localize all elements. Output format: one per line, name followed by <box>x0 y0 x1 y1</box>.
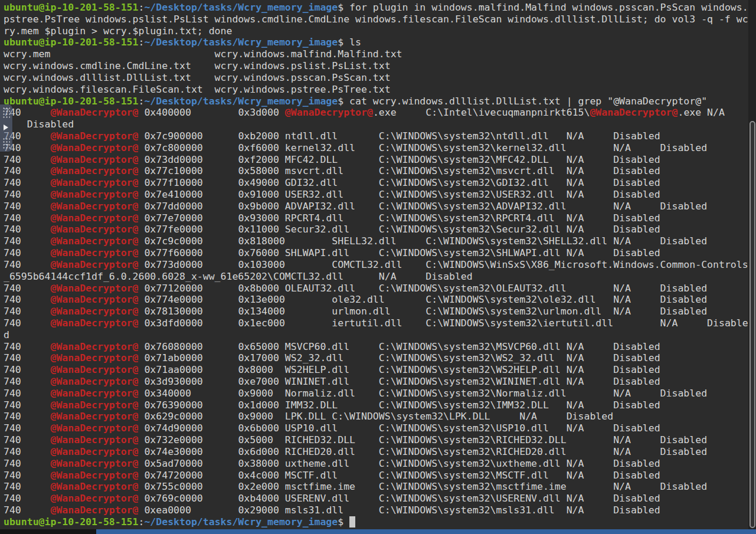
grep-match: @WanaDecryptor@ <box>50 434 138 445</box>
terminal-text: 0x77e70000 0x93000 RPCRT4.dll C:\WINDOWS… <box>139 212 660 224</box>
grep-match: @WanaDecryptor@ <box>590 107 678 118</box>
terminal-text: 0x73dd0000 0xf2000 MFC42.DLL C:\WINDOWS\… <box>139 154 660 165</box>
terminal-text: 0x77fe0000 0x11000 Secur32.dll C:\WINDOW… <box>139 224 660 235</box>
grep-match: @WanaDecryptor@ <box>50 504 138 516</box>
terminal-text: Disabled <box>4 119 74 130</box>
pull-tab-handle[interactable] <box>0 104 12 152</box>
terminal-text: 740 <box>4 201 50 212</box>
terminal-text: 740 <box>4 352 50 363</box>
grep-match: @WanaDecryptor@ <box>50 376 138 387</box>
scrollbar-thumb[interactable] <box>750 121 755 528</box>
terminal-text: 740 <box>4 364 50 375</box>
terminal-text: : <box>138 516 144 528</box>
terminal-line: 740 @WanaDecryptor@ 0x774e0000 0x13e000 … <box>4 294 748 306</box>
terminal-line: 740 @WanaDecryptor@ 0x77120000 0x8b000 O… <box>4 283 748 294</box>
terminal-text: 0x77c10000 0x58000 msvcrt.dll C:\WINDOWS… <box>139 165 660 176</box>
terminal-text: 740 <box>4 189 50 200</box>
terminal-line: 740 @WanaDecryptor@ 0x74720000 0x4c000 M… <box>4 470 748 481</box>
terminal-line: 740 @WanaDecryptor@ 0xea0000 0x29000 msl… <box>4 504 748 516</box>
terminal-text: 0xea0000 0x29000 msls31.dll C:\WINDOWS\s… <box>139 504 660 516</box>
play-icon <box>4 125 8 130</box>
terminal-line: 740 @WanaDecryptor@ 0x77f10000 0x49000 G… <box>4 177 748 189</box>
grep-match: @WanaDecryptor@ <box>50 142 138 153</box>
terminal-text: 0x77f60000 0x76000 SHLWAPI.dll C:\WINDOW… <box>139 247 660 258</box>
terminal-text: 740 <box>4 470 50 481</box>
terminal-text: 740 <box>4 422 50 434</box>
terminal-text: 0x78130000 0x134000 urlmon.dll C:\WINDOW… <box>139 306 708 317</box>
grep-match: @WanaDecryptor@ <box>50 201 138 212</box>
terminal-text: .exe N/A <box>678 107 724 118</box>
terminal-line: 740 @WanaDecryptor@ 0x5ad70000 0x38000 u… <box>4 458 748 470</box>
terminal-text: $ ls <box>338 37 361 48</box>
terminal-line: 740 @WanaDecryptor@ 0x71ab0000 0x17000 W… <box>4 352 748 364</box>
terminal-line: 740 @WanaDecryptor@ 0x7c9c0000 0x818000 … <box>4 235 748 247</box>
terminal-line: ubuntu@ip-10-201-58-151:~/Desktop/tasks/… <box>4 2 748 14</box>
terminal-text: 0x400000 0x3d000 <box>139 107 285 118</box>
grep-match: @WanaDecryptor@ <box>50 493 138 504</box>
scrollbar-track[interactable] <box>748 0 756 534</box>
terminal-text: 740 <box>4 388 50 399</box>
grep-match: @WanaDecryptor@ <box>50 212 138 224</box>
terminal-text: 0x74d90000 0x6b000 USP10.dll C:\WINDOWS\… <box>139 422 660 434</box>
terminal-text: .exe C:\Intel\ivecuqmanpnirkt615\ <box>373 107 590 118</box>
terminal-text: _6595b64144ccf1df_6.0.2600.6028_x-ww_61e… <box>4 271 473 282</box>
terminal-text: 740 <box>4 493 50 504</box>
terminal-text: 0x7c9c0000 0x818000 SHELL32.dll C:\WINDO… <box>139 235 708 247</box>
prompt-user-host: ubuntu@ip-10-201-58-151 <box>4 516 138 528</box>
prompt-user-host: ubuntu@ip-10-201-58-151 <box>4 37 138 48</box>
prompt-user-host: ubuntu@ip-10-201-58-151 <box>4 96 138 107</box>
grep-match: @WanaDecryptor@ <box>50 189 138 200</box>
terminal-text: 740 <box>4 317 50 329</box>
terminal-line: 740 @WanaDecryptor@ 0x340000 0x9000 Norm… <box>4 388 748 399</box>
prompt-cwd: ~/Desktop/tasks/Wcry_memory_image <box>144 37 338 48</box>
terminal-text: 740 <box>4 376 50 387</box>
terminal-output: ubuntu@ip-10-201-58-151:~/Desktop/tasks/… <box>0 0 748 528</box>
terminal-line: 740 @WanaDecryptor@ 0x77fe0000 0x11000 S… <box>4 224 748 235</box>
terminal-line: 740 @WanaDecryptor@ 0x769c0000 0xb4000 U… <box>4 493 748 504</box>
terminal-text: 740 <box>4 177 50 188</box>
grep-match: @WanaDecryptor@ <box>50 317 138 329</box>
terminal-line: 740 @WanaDecryptor@ 0x73dd0000 0xf2000 M… <box>4 154 748 166</box>
terminal-line: 740 @WanaDecryptor@ 0x74e30000 0x6d000 R… <box>4 446 748 458</box>
terminal-window: ubuntu@ip-10-201-58-151:~/Desktop/tasks/… <box>0 0 756 534</box>
grep-match: @WanaDecryptor@ <box>50 446 138 457</box>
terminal-line: wcry.windows.dlllist.DllList.txt wcry.wi… <box>4 72 748 84</box>
terminal-text: : <box>138 96 144 107</box>
terminal-text: 740 <box>4 341 50 352</box>
terminal-text: 740 <box>4 446 50 457</box>
grep-match: @WanaDecryptor@ <box>50 352 138 363</box>
bottom-panel-accent <box>96 529 756 534</box>
grep-match: @WanaDecryptor@ <box>50 294 138 305</box>
terminal-text: $ cat wcry.windows.dlllist.DllList.txt |… <box>338 96 707 107</box>
terminal-text: wcry.windows.cmdline.CmdLine.txt wcry.wi… <box>4 60 391 71</box>
terminal-text: 0x71aa0000 0x8000 WS2HELP.dll C:\WINDOWS… <box>139 364 660 375</box>
terminal-text: 0x5ad70000 0x38000 uxtheme.dll C:\WINDOW… <box>139 458 660 469</box>
terminal-text: $ <box>338 516 349 528</box>
grep-match: @WanaDecryptor@ <box>50 458 138 469</box>
grep-match: @WanaDecryptor@ <box>50 364 138 375</box>
terminal-text: 0x76080000 0x65000 MSVCP60.dll C:\WINDOW… <box>139 341 660 352</box>
terminal-line: wcry.mem wcry.windows.malfind.Malfind.tx… <box>4 48 748 60</box>
terminal-text: 740 <box>4 504 50 516</box>
terminal-line: wcry.windows.cmdline.CmdLine.txt wcry.wi… <box>4 60 748 72</box>
grep-match: @WanaDecryptor@ <box>50 247 138 258</box>
terminal-line: _6595b64144ccf1df_6.0.2600.6028_x-ww_61e… <box>4 271 748 283</box>
terminal-text: 0x3d930000 0xe7000 WININET.dll C:\WINDOW… <box>139 376 660 387</box>
terminal-text: 740 <box>4 212 50 224</box>
terminal-text: $ for plugin in windows.malfind.Malfind … <box>338 2 748 13</box>
terminal-text: wcry.windows.dlllist.DllList.txt wcry.wi… <box>4 72 391 83</box>
terminal-text: 0x3dfd0000 0x1ec000 iertutil.dll C:\WIND… <box>139 317 748 329</box>
terminal-text: d <box>4 329 9 340</box>
terminal-line: 740 @WanaDecryptor@ 0x755c0000 0x2e000 m… <box>4 481 748 493</box>
terminal-line: ubuntu@ip-10-201-58-151:~/Desktop/tasks/… <box>4 96 748 107</box>
terminal-text: pstree.PsTree windows.pslist.PsList wind… <box>4 14 748 25</box>
terminal-line: 740 @WanaDecryptor@ 0x77dd0000 0x9b000 A… <box>4 201 748 212</box>
terminal-text: 740 <box>4 154 50 165</box>
grep-match: @WanaDecryptor@ <box>50 283 138 294</box>
terminal-text: 0x629c0000 0x9000 LPK.DLL C:\WINDOWS\sys… <box>139 411 614 422</box>
terminal-text: 740 <box>4 411 50 422</box>
grep-match: @WanaDecryptor@ <box>50 177 138 188</box>
terminal-text: 0x74720000 0x4c000 MSCTF.dll C:\WINDOWS\… <box>139 470 660 481</box>
grep-match: @WanaDecryptor@ <box>50 259 138 270</box>
terminal-text: 0x77dd0000 0x9b000 ADVAPI32.dll C:\WINDO… <box>139 201 708 212</box>
